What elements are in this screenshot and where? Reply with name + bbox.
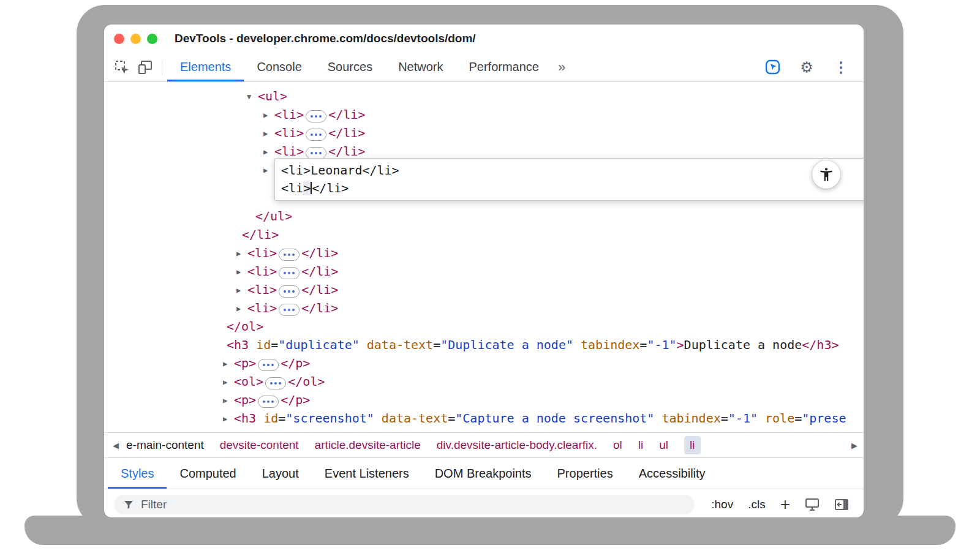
inline-expand-button[interactable] xyxy=(265,377,286,389)
expand-arrow-icon[interactable]: ▶ xyxy=(263,161,274,179)
inline-expand-button[interactable] xyxy=(258,359,279,371)
breadcrumb-scroll-right-icon[interactable]: ▶ xyxy=(851,441,858,450)
expand-arrow-icon[interactable]: ▶ xyxy=(223,355,234,373)
code-token: </li> xyxy=(301,301,338,315)
code-token: tabindex xyxy=(654,411,720,426)
inline-expand-button[interactable] xyxy=(279,249,300,261)
dom-tree-line[interactable]: </li> xyxy=(104,225,864,244)
toggle-hov[interactable]: :hov xyxy=(711,498,733,511)
expand-arrow-icon[interactable]: ▶ xyxy=(263,106,274,124)
window-titlebar: DevTools - developer.chrome.com/docs/dev… xyxy=(104,24,864,53)
inline-edit-box[interactable]: <li>Leonard</li><li></li> xyxy=(274,158,864,201)
code-token: id xyxy=(249,337,271,352)
dom-tree-line[interactable]: ▶<li></li> xyxy=(104,124,864,142)
toggle-sidebar-icon[interactable] xyxy=(834,498,849,511)
inline-expand-button[interactable] xyxy=(279,285,300,298)
code-token: "prese xyxy=(802,411,846,426)
expand-arrow-icon[interactable]: ▶ xyxy=(263,143,274,161)
breadcrumb-item[interactable]: ol xyxy=(613,438,622,452)
filter-input[interactable]: Filter xyxy=(114,495,695,514)
dom-tree-line[interactable]: ▶<p></p> xyxy=(104,354,864,372)
dom-tree-line[interactable]: ▶<li></li> xyxy=(104,244,864,262)
dom-tree-line[interactable]: ▶<li>Leonard</li><li></li> xyxy=(104,160,864,207)
edit-line-2: <li></li> xyxy=(281,179,864,197)
device-toolbar-icon[interactable] xyxy=(136,58,154,77)
dom-tree-line[interactable]: ▶<li></li> xyxy=(104,299,864,317)
tab-sources[interactable]: Sources xyxy=(315,53,385,81)
breadcrumb-item[interactable]: article.devsite-article xyxy=(315,438,421,452)
breadcrumb-item[interactable]: ul xyxy=(659,438,668,452)
tab-elements[interactable]: Elements xyxy=(167,53,244,81)
breadcrumb-item[interactable]: e-main-content xyxy=(126,438,204,452)
settings-gear-icon[interactable]: ⚙ xyxy=(797,58,816,77)
inline-expand-button[interactable] xyxy=(279,267,300,279)
inline-expand-button[interactable] xyxy=(306,110,326,122)
dom-tree-line[interactable]: ▶<li></li> xyxy=(104,262,864,280)
dom-tree-line[interactable]: </ol> xyxy=(104,317,864,336)
expand-arrow-icon[interactable]: ▶ xyxy=(223,391,234,410)
expand-arrow-icon[interactable]: ▶ xyxy=(263,124,274,143)
toggle-cls[interactable]: .cls xyxy=(748,498,766,511)
code-token: </p> xyxy=(281,393,310,407)
code-token: </li> xyxy=(301,282,338,297)
toolbar-tabs: ElementsConsoleSourcesNetworkPerformance xyxy=(167,53,552,81)
accessibility-button[interactable] xyxy=(812,160,840,189)
panel-tab-layout[interactable]: Layout xyxy=(249,458,312,489)
dom-tree-line[interactable]: ▼<li> xyxy=(104,82,864,87)
cursor-square-icon[interactable] xyxy=(763,58,782,77)
inline-expand-button[interactable] xyxy=(258,396,279,408)
dom-tree-line[interactable]: ▼<ul> xyxy=(104,87,864,105)
accessibility-person-icon xyxy=(818,167,834,182)
expand-arrow-icon[interactable]: ▶ xyxy=(236,263,247,281)
expand-arrow-icon[interactable]: ▶ xyxy=(236,281,247,299)
new-style-rule-button[interactable]: + xyxy=(780,496,790,513)
edit-line-1: <li>Leonard</li> xyxy=(281,162,864,179)
panel-tab-computed[interactable]: Computed xyxy=(167,458,249,489)
code-token: "Capture a node screenshot" xyxy=(455,411,654,426)
inline-expand-button[interactable] xyxy=(306,129,326,141)
screen-icon[interactable] xyxy=(805,498,820,511)
kebab-menu-icon[interactable]: ⋮ xyxy=(832,58,850,77)
close-button[interactable] xyxy=(114,34,124,44)
dom-tree-line[interactable]: ▶<h3 id="screenshot" data-text="Capture … xyxy=(104,409,864,427)
collapse-arrow-icon[interactable]: ▼ xyxy=(231,82,242,88)
code-token: tabindex xyxy=(573,337,639,352)
panel-tab-event-listeners[interactable]: Event Listeners xyxy=(312,458,422,489)
inline-expand-button[interactable] xyxy=(306,147,326,159)
panel-tab-accessibility[interactable]: Accessibility xyxy=(626,458,718,489)
collapse-arrow-icon[interactable]: ▼ xyxy=(247,88,258,106)
tab-network[interactable]: Network xyxy=(385,53,456,81)
code-token: <li> xyxy=(242,82,271,85)
dom-tree-line[interactable]: ▶<p></p> xyxy=(104,391,864,409)
dom-tree-line[interactable]: ▶<li></li> xyxy=(104,280,864,299)
expand-arrow-icon[interactable]: ▶ xyxy=(236,299,247,318)
breadcrumb-item[interactable]: div.devsite-article-body.clearfix. xyxy=(437,438,597,452)
more-tabs-button[interactable]: » xyxy=(552,59,571,75)
breadcrumb-item[interactable]: li xyxy=(638,438,643,452)
window-title: DevTools - developer.chrome.com/docs/dev… xyxy=(175,32,476,45)
maximize-button[interactable] xyxy=(147,34,157,44)
expand-arrow-icon[interactable]: ▶ xyxy=(223,410,234,428)
breadcrumb-item[interactable]: li xyxy=(684,436,700,454)
expand-arrow-icon[interactable]: ▶ xyxy=(236,244,247,263)
element-state-toggles: :hov.cls xyxy=(711,498,765,511)
code-token: <h3 xyxy=(234,411,256,426)
dom-tree-line[interactable]: </ul> xyxy=(104,207,864,225)
minimize-button[interactable] xyxy=(130,34,141,44)
dom-tree-line[interactable]: <h3 id="duplicate" data-text="Duplicate … xyxy=(104,336,864,354)
tab-console[interactable]: Console xyxy=(244,53,314,81)
expand-arrow-icon[interactable]: ▶ xyxy=(223,373,234,391)
breadcrumb-item[interactable]: devsite-content xyxy=(220,438,299,452)
breadcrumb-scroll-left-icon[interactable]: ◀ xyxy=(113,441,119,450)
panel-tab-styles[interactable]: Styles xyxy=(108,458,167,489)
dom-tree-line[interactable]: ▶<ol></ol> xyxy=(104,372,864,391)
inline-expand-button[interactable] xyxy=(279,304,300,316)
code-token: </li> xyxy=(328,126,365,140)
code-token: <p> xyxy=(234,356,256,370)
tab-performance[interactable]: Performance xyxy=(456,53,552,81)
inspect-element-icon[interactable] xyxy=(113,58,131,77)
panel-tab-properties[interactable]: Properties xyxy=(545,458,626,489)
panel-tab-dom-breakpoints[interactable]: DOM Breakpoints xyxy=(422,458,545,489)
toolbar-right-icons: ⚙ ⋮ xyxy=(755,58,853,77)
dom-tree-line[interactable]: ▶<li></li> xyxy=(104,105,864,124)
